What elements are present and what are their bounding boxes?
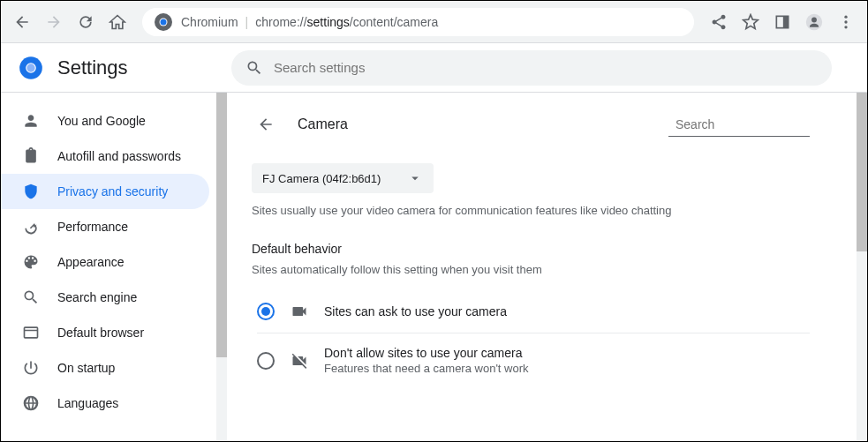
svg-rect-4: [783, 16, 789, 27]
sidebar-item-label: Default browser: [57, 326, 144, 340]
sidebar-item-languages[interactable]: Languages: [1, 386, 209, 421]
option-label: Sites can ask to use your camera: [324, 304, 507, 318]
camera-selected-label: FJ Camera (04f2:b6d1): [262, 172, 381, 185]
palette-icon: [22, 253, 40, 271]
page-title: Camera: [298, 116, 348, 132]
svg-point-6: [811, 17, 817, 22]
sidebar-item-label: Autofill and passwords: [57, 149, 181, 163]
sidebar-item-label: Appearance: [57, 255, 125, 269]
camera-option-1[interactable]: Don't allow sites to use your cameraFeat…: [257, 333, 810, 387]
settings-header: Settings: [1, 43, 867, 93]
sidebar-item-label: Languages: [57, 396, 118, 410]
speed-icon: [22, 218, 40, 236]
search-settings-box[interactable]: [231, 50, 832, 86]
sidebar-scrollbar[interactable]: [216, 93, 227, 441]
content-search-box[interactable]: [668, 113, 810, 137]
shield-icon: [22, 183, 40, 200]
sidebar-item-label: You and Google: [57, 114, 146, 128]
svg-point-9: [844, 26, 847, 28]
chromium-icon: [153, 11, 174, 33]
search-icon: [245, 59, 263, 77]
sidebar-item-search-engine[interactable]: Search engine: [1, 280, 209, 315]
default-behavior-subtitle: Sites automatically follow this setting …: [252, 263, 810, 276]
svg-point-2: [161, 19, 167, 25]
share-button[interactable]: [705, 8, 733, 36]
sidebar-item-label: Privacy and security: [57, 184, 168, 199]
url-prefix: Chromium: [181, 15, 238, 29]
search-settings-input[interactable]: [274, 60, 818, 75]
browser-toolbar: Chromium | chrome://settings/content/cam…: [1, 1, 867, 43]
forward-button[interactable]: [40, 8, 68, 36]
chromium-logo-icon: [19, 56, 43, 80]
back-button[interactable]: [8, 8, 36, 36]
content-scrollbar[interactable]: [857, 93, 867, 441]
sidebar-item-label: Performance: [57, 220, 128, 234]
profile-button[interactable]: [800, 8, 828, 36]
assignment-icon: [22, 147, 40, 165]
camera-select-dropdown[interactable]: FJ Camera (04f2:b6d1): [252, 163, 434, 193]
option-label: Don't allow sites to use your camera: [324, 346, 529, 360]
videocam-icon: [291, 303, 308, 320]
settings-title: Settings: [57, 56, 128, 79]
sidebar-item-autofill-and-passwords[interactable]: Autofill and passwords: [1, 139, 209, 174]
default-behavior-title: Default behavior: [252, 242, 810, 256]
menu-button[interactable]: [832, 8, 860, 36]
sidebar-item-on-startup[interactable]: On startup: [1, 350, 209, 386]
sidebar-item-you-and-google[interactable]: You and Google: [1, 103, 209, 139]
content-search-input[interactable]: [676, 117, 830, 131]
back-arrow-button[interactable]: [252, 110, 280, 139]
panel-button[interactable]: [768, 8, 796, 36]
sidebar: You and GoogleAutofill and passwordsPriv…: [1, 93, 227, 441]
dropdown-arrow-icon: [407, 170, 423, 186]
sidebar-item-label: Search engine: [57, 290, 137, 304]
videocam-off-icon: [291, 352, 308, 370]
sidebar-item-performance[interactable]: Performance: [1, 209, 209, 244]
svg-point-12: [26, 64, 34, 71]
sidebar-item-privacy-and-security[interactable]: Privacy and security: [1, 174, 209, 209]
address-bar[interactable]: Chromium | chrome://settings/content/cam…: [142, 8, 694, 36]
svg-point-8: [844, 20, 847, 23]
sidebar-item-label: On startup: [57, 361, 115, 375]
bookmark-button[interactable]: [736, 8, 765, 36]
camera-description: Sites usually use your video camera for …: [252, 204, 810, 217]
reload-button[interactable]: [72, 8, 100, 36]
url-text: chrome://settings/content/camera: [255, 15, 438, 29]
sidebar-item-appearance[interactable]: Appearance: [1, 244, 209, 280]
radio-button[interactable]: [257, 303, 275, 320]
search-icon: [22, 288, 40, 306]
option-sublabel: Features that need a camera won't work: [324, 362, 529, 375]
radio-button[interactable]: [257, 352, 275, 370]
power-icon: [22, 359, 40, 377]
home-button[interactable]: [103, 8, 132, 36]
svg-point-7: [844, 15, 847, 18]
person-icon: [22, 112, 40, 130]
sidebar-item-default-browser[interactable]: Default browser: [1, 315, 209, 350]
web-icon: [22, 324, 40, 341]
globe-icon: [22, 394, 40, 412]
content-area: Camera FJ Camera (04f2:b6d1) Sites usual…: [227, 93, 867, 441]
camera-option-0[interactable]: Sites can ask to use your camera: [257, 290, 810, 333]
